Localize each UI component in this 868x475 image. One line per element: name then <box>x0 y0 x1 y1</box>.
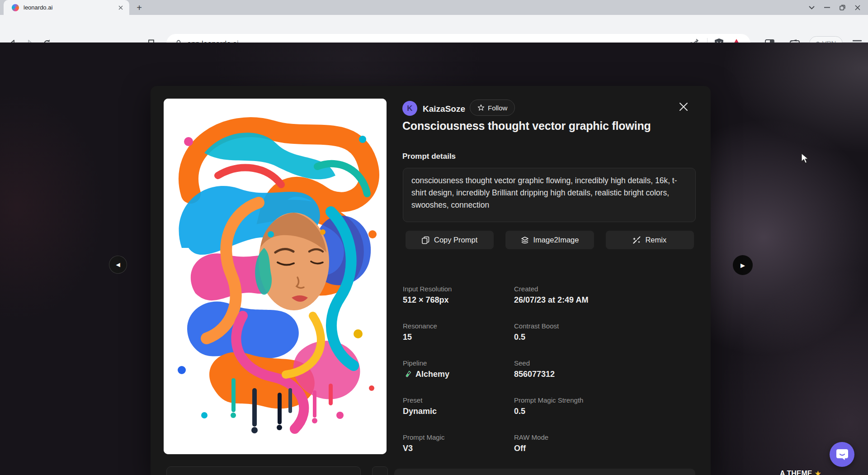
user-name[interactable]: KaizaSoze <box>423 104 465 114</box>
detail-value: 26/07/23 at 2:49 AM <box>514 295 588 305</box>
carousel-next-button[interactable]: ▶ <box>733 255 753 275</box>
detail-item: Prompt Magic V3 <box>403 433 514 453</box>
remix-button[interactable]: Remix <box>606 231 694 249</box>
browser-toolbar: app.leonardo.ai <box>0 15 868 43</box>
partial-theme-text: A THEME ★ <box>780 470 821 475</box>
detail-value: 856077312 <box>514 370 555 379</box>
tab-strip: leonardo.ai + <box>0 0 868 15</box>
detail-label: Input Resolution <box>403 285 514 293</box>
detail-value: Dynamic <box>403 407 437 416</box>
carousel-prev-button[interactable]: ◀ <box>109 256 127 274</box>
site-favicon <box>12 4 19 11</box>
prompt-text: consciousness thought vector graphic flo… <box>403 168 696 222</box>
restore-button[interactable] <box>835 1 850 14</box>
detail-value: 0.5 <box>514 332 525 342</box>
detail-item: Input Resolution 512 × 768px <box>403 285 514 305</box>
detail-item: Created 26/07/23 at 2:49 AM <box>514 285 701 305</box>
generation-detail-modal: K KaizaSoze Follow Consciousness thought… <box>151 86 711 475</box>
generated-image[interactable] <box>164 99 387 454</box>
star-icon <box>477 104 485 111</box>
browser-tab[interactable]: leonardo.ai <box>4 0 129 15</box>
detail-label: Prompt Magic Strength <box>514 396 701 404</box>
detail-item: Prompt Magic Strength 0.5 <box>514 396 701 416</box>
detail-value: V3 <box>403 444 413 453</box>
detail-label: Created <box>514 285 701 293</box>
generate-with-model-button[interactable]: Generate with this model <box>394 469 695 475</box>
layers-icon <box>521 237 529 244</box>
detail-label: Contrast Boost <box>514 322 701 330</box>
detail-item: RAW Mode Off <box>514 433 701 453</box>
page-backdrop: ◀ ▶ <box>0 43 868 475</box>
tab-search-chevron-icon[interactable] <box>804 1 819 14</box>
detail-label: Prompt Magic <box>403 433 514 441</box>
detail-label: Seed <box>514 359 701 367</box>
detail-item: Contrast Boost 0.5 <box>514 322 701 342</box>
detail-value: Alchemy <box>415 370 449 379</box>
avatar[interactable]: K <box>402 101 417 116</box>
copy-icon <box>422 236 429 244</box>
image2image-button[interactable]: Image2Image <box>505 231 594 249</box>
detail-item: Resonance 15 <box>403 322 514 342</box>
mouse-cursor <box>801 153 811 164</box>
close-icon[interactable] <box>678 101 689 113</box>
copy-prompt-button[interactable]: Copy Prompt <box>406 231 494 249</box>
detail-value: 512 × 768px <box>403 295 449 305</box>
input-action-button-partial[interactable] <box>372 466 388 475</box>
follow-button[interactable]: Follow <box>470 100 515 116</box>
new-tab-button[interactable]: + <box>134 2 145 13</box>
follow-label: Follow <box>488 104 507 112</box>
detail-label: Resonance <box>403 322 514 330</box>
test-tube-icon <box>403 370 412 379</box>
image2image-label: Image2Image <box>533 236 579 244</box>
chat-bubble-icon <box>836 448 849 461</box>
wand-icon <box>633 236 641 244</box>
support-chat-button[interactable] <box>830 442 854 467</box>
detail-value: 15 <box>403 332 412 342</box>
detail-value: Off <box>514 444 526 453</box>
detail-label: RAW Mode <box>514 433 701 441</box>
detail-label: Preset <box>403 396 514 404</box>
detail-item: Seed 856077312 <box>514 359 701 379</box>
window-controls <box>804 0 865 15</box>
remix-label: Remix <box>645 236 666 244</box>
detail-value: 0.5 <box>514 407 525 416</box>
minimize-button[interactable] <box>819 1 835 14</box>
tab-title: leonardo.ai <box>24 4 117 11</box>
action-buttons-row: Copy Prompt Image2Image Remix <box>406 231 694 249</box>
detail-item: Preset Dynamic <box>403 396 514 416</box>
close-window-button[interactable] <box>850 1 865 14</box>
sparkle-icon: ★ <box>815 470 821 475</box>
tab-close-icon[interactable] <box>117 4 125 12</box>
prompt-details-heading: Prompt details <box>402 152 456 161</box>
detail-item: Pipeline Alchemy <box>403 359 514 379</box>
detail-label: Pipeline <box>403 359 514 367</box>
copy-prompt-label: Copy Prompt <box>434 236 477 244</box>
generation-title: Consciousness thought vector graphic flo… <box>402 119 651 133</box>
prompt-input-partial[interactable] <box>166 466 361 475</box>
details-grid: Input Resolution 512 × 768px Created <box>403 285 701 453</box>
